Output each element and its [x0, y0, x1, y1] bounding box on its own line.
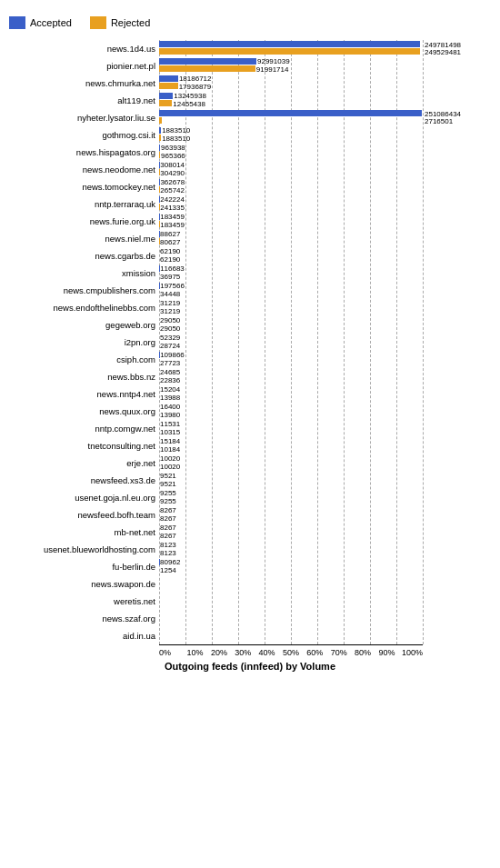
bar-label-accepted: 10020	[160, 454, 180, 463]
bar-label-accepted: 242224	[160, 195, 185, 204]
bar-section: 8862780627	[159, 230, 500, 246]
bars-wrapper: 11668336975	[159, 264, 423, 281]
bar-label-rejected: 29050	[160, 324, 180, 333]
bar-label-rejected: 28724	[160, 342, 180, 350]
row-label: news.chmurka.net	[0, 78, 159, 88]
bars-wrapper	[159, 627, 423, 644]
bar-label-accepted: 24685	[160, 368, 180, 376]
x-axis-label: 70%	[327, 648, 351, 657]
bar-section: 1518410184	[159, 437, 500, 454]
bar-label-rejected: 34448	[160, 290, 180, 298]
outer-label-rejected: 249529481	[425, 48, 461, 56]
bars-wrapper	[159, 575, 423, 592]
bar-section: 19756634448	[159, 282, 500, 298]
row-label: csiph.com	[0, 354, 159, 364]
bar-label-accepted: 8267	[160, 506, 176, 514]
bar-section	[159, 593, 500, 609]
bar-section: 1324593812455438	[159, 92, 500, 108]
bars-wrapper: 2468522836	[159, 368, 423, 384]
bar-label-rejected: 8123	[160, 549, 176, 557]
bar-label-accepted: 9521	[160, 472, 176, 480]
row-label: newsfeed.bofh.team	[0, 510, 159, 520]
bar-rejected	[159, 100, 172, 106]
bar-label-rejected: 1883510	[162, 135, 190, 143]
bar-section: 183459183459	[159, 213, 500, 229]
row-label: tnetconsulting.net	[0, 441, 159, 451]
bar-row: gegeweb.org2905029050	[0, 316, 500, 333]
bars-wrapper: 6219062190	[159, 247, 423, 264]
bar-label-accepted: 52329	[160, 334, 180, 342]
bar-row: news.cgarbs.de6219062190	[0, 247, 500, 264]
bars-wrapper: 9299103991991714	[159, 57, 423, 74]
bars-wrapper: 18835101883510	[159, 126, 423, 143]
bars-wrapper: 5232928724	[159, 334, 423, 350]
bar-accepted	[159, 145, 160, 151]
bars-wrapper: 242224241335	[159, 195, 423, 212]
bar-label-rejected: 10020	[160, 463, 180, 471]
bar-label-accepted: 31219	[160, 299, 180, 307]
row-label: news.bbs.nz	[0, 372, 159, 382]
bar-rejected	[159, 83, 178, 89]
row-label: news.swapon.de	[0, 579, 159, 589]
x-axis-label: 60%	[303, 648, 326, 657]
row-label: xmission	[0, 268, 159, 278]
bar-section	[159, 610, 500, 626]
x-axis-label: 0%	[159, 648, 183, 657]
bar-label-rejected: 8267	[160, 514, 176, 523]
row-label: pionier.net.pl	[0, 61, 159, 71]
bar-label-accepted: 9255	[160, 489, 176, 497]
bar-row: gothmog.csi.it18835101883510	[0, 126, 500, 143]
bars-wrapper: 1153110315	[159, 420, 423, 436]
bar-rejected	[159, 65, 255, 72]
bar-section: 308014304290	[159, 161, 500, 177]
bar-row: news.niel.me8862780627	[0, 230, 500, 246]
x-axis-label: 90%	[375, 648, 398, 657]
bar-row: news.szaf.org	[0, 610, 500, 626]
bar-label-rejected: 265742	[160, 186, 185, 195]
bars-wrapper: 82678267	[159, 506, 423, 523]
row-label: newsfeed.xs3.de	[0, 475, 159, 485]
bars-wrapper: 19756634448	[159, 282, 423, 298]
chart-area: news.1d4.us249781498249529481pionier.net…	[0, 40, 500, 644]
bar-section: 95219521	[159, 472, 500, 488]
bar-accepted	[159, 93, 173, 99]
bar-row: newsfeed.xs3.de95219521	[0, 472, 500, 488]
bar-row: news.furie.org.uk183459183459	[0, 213, 500, 229]
bar-row: news.quux.org1640013980	[0, 403, 500, 419]
bar-label-accepted: 8267	[160, 524, 176, 532]
row-label: i2pn.org	[0, 337, 159, 347]
bar-label-accepted: 16400	[160, 403, 180, 411]
bar-label-rejected: 13988	[160, 394, 180, 402]
bars-wrapper: 1002010020	[159, 454, 423, 471]
bar-label-accepted: 15204	[160, 385, 180, 394]
row-label: news.furie.org.uk	[0, 216, 159, 226]
bar-row: nyheter.lysator.liu.se2510864342716501	[0, 109, 500, 125]
legend-rejected: Rejected	[90, 16, 150, 29]
bars-wrapper: 1640013980	[159, 403, 423, 419]
bar-rejected	[159, 152, 160, 158]
row-label: news.cmpublishers.com	[0, 285, 159, 295]
row-label: nntp.terraraq.uk	[0, 199, 159, 209]
x-axis-label: 30%	[231, 648, 255, 657]
bars-wrapper: 963938965366	[159, 144, 423, 160]
bar-section: 809621254	[159, 558, 500, 574]
bar-row: news.swapon.de	[0, 575, 500, 592]
bar-section: 6219062190	[159, 247, 500, 264]
bars-wrapper: 82678267	[159, 524, 423, 540]
bar-label-accepted: 11531	[160, 420, 180, 428]
bar-section: 81238123	[159, 541, 500, 557]
bar-accepted	[159, 75, 178, 82]
bar-accepted	[159, 127, 161, 134]
bars-wrapper: 1518410184	[159, 437, 423, 454]
bar-row: weretis.net	[0, 593, 500, 609]
row-label: alt119.net	[0, 95, 159, 105]
bar-label-rejected: 8267	[160, 532, 176, 540]
row-label: aid.in.ua	[0, 631, 159, 641]
bar-row: fu-berlin.de809621254	[0, 558, 500, 574]
bar-label-accepted: 1883510	[162, 126, 190, 135]
x-axis-label: 100%	[399, 648, 423, 657]
legend-rejected-box	[90, 16, 106, 29]
bars-wrapper: 8862780627	[159, 230, 423, 246]
legend-accepted-box	[9, 16, 25, 29]
row-label: usenet.goja.nl.eu.org	[0, 493, 159, 503]
